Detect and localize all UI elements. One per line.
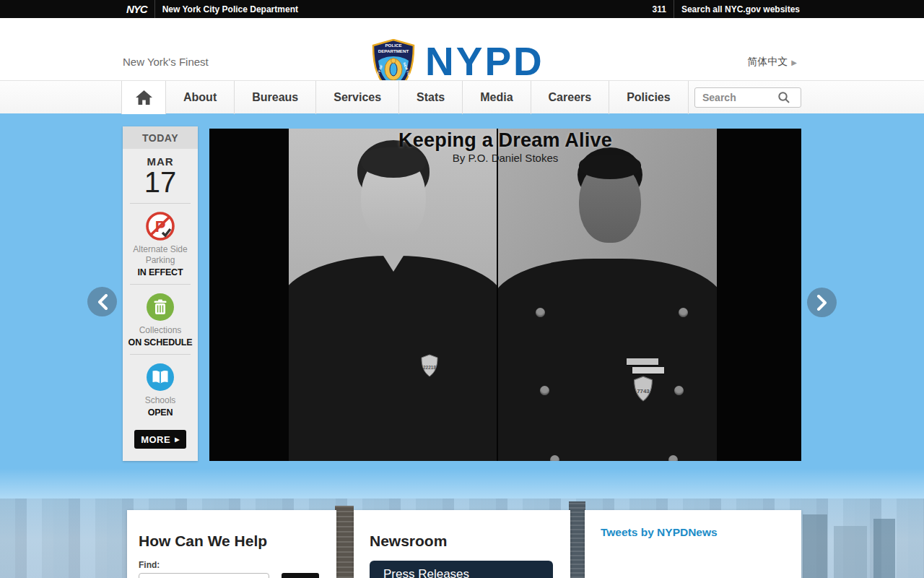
topbar-divider bbox=[674, 0, 674, 18]
search-all-nyc-link[interactable]: Search all NYC.gov websites bbox=[681, 4, 800, 14]
language-selector[interactable]: 简体中文 ▶ bbox=[747, 56, 797, 69]
newsroom-panel: Newsroom Press Releases bbox=[354, 510, 570, 578]
divider bbox=[130, 203, 191, 204]
language-label: 简体中文 bbox=[747, 56, 788, 69]
nav-home-tab[interactable] bbox=[121, 81, 166, 114]
nav-item-about[interactable]: About bbox=[166, 81, 235, 114]
tweets-by-nypdnews-link[interactable]: Tweets by NYPDNews bbox=[601, 526, 718, 539]
skyline-tower bbox=[335, 506, 354, 578]
status-value: IN EFFECT bbox=[123, 267, 198, 277]
chevron-left-icon bbox=[97, 294, 108, 310]
link-311[interactable]: 311 bbox=[653, 4, 666, 14]
tweets-panel: Tweets by NYPDNews bbox=[585, 510, 801, 578]
nav-item-bureaus[interactable]: Bureaus bbox=[235, 81, 316, 114]
nav-item-careers[interactable]: Careers bbox=[531, 81, 610, 114]
press-releases-button[interactable]: Press Releases bbox=[370, 561, 553, 578]
officer-photo-left: 22218 bbox=[289, 129, 497, 461]
site-search-box bbox=[694, 87, 801, 108]
nypd-homepage: NYC New York City Police Department 311 … bbox=[0, 0, 924, 578]
collections-status[interactable]: Collections ON SCHEDULE bbox=[123, 291, 198, 348]
nyc-gov-topbar: NYC New York City Police Department 311 … bbox=[0, 0, 924, 18]
chevron-right-icon: ▶ bbox=[175, 436, 180, 443]
more-label: MORE bbox=[141, 434, 170, 445]
today-panel: TODAY MAR 17 P Alternate Side Parking IN… bbox=[123, 126, 198, 461]
home-icon bbox=[135, 90, 153, 105]
nav-item-media[interactable]: Media bbox=[463, 81, 531, 114]
panel-title: How Can We Help bbox=[139, 532, 336, 550]
no-parking-icon: P bbox=[145, 211, 175, 241]
nav-item-stats[interactable]: Stats bbox=[399, 81, 463, 114]
nav-item-services[interactable]: Services bbox=[316, 81, 399, 114]
search-input[interactable] bbox=[695, 92, 776, 103]
topbar-divider bbox=[154, 0, 155, 18]
find-label: Find: bbox=[139, 560, 336, 570]
book-icon bbox=[145, 362, 175, 392]
hero-carousel[interactable]: 22218 7743 Keeping a Dream Alive By P.O.… bbox=[209, 129, 801, 461]
skyline-tower bbox=[569, 501, 585, 578]
today-header: TODAY bbox=[123, 126, 198, 149]
nypd-wordmark[interactable]: NYPD bbox=[425, 42, 544, 82]
find-select[interactable]: My Precinct bbox=[139, 573, 269, 578]
chevron-right-icon bbox=[816, 295, 828, 311]
status-label: Collections bbox=[123, 325, 198, 336]
status-label: Schools bbox=[123, 395, 198, 406]
divider bbox=[130, 354, 191, 355]
trash-icon bbox=[145, 292, 175, 322]
skyline-tower bbox=[803, 514, 827, 578]
carousel-slide-title: Keeping a Dream Alive bbox=[209, 129, 801, 152]
chevron-right-icon: ▶ bbox=[791, 59, 797, 66]
agency-name[interactable]: New York City Police Department bbox=[162, 4, 298, 14]
divider bbox=[130, 284, 191, 285]
status-value: OPEN bbox=[123, 407, 198, 418]
carousel-next-button[interactable] bbox=[807, 288, 837, 317]
carousel-prev-button[interactable] bbox=[87, 287, 117, 316]
carousel-slide-byline: By P.O. Daniel Stokes bbox=[209, 152, 801, 164]
how-can-we-help-panel: How Can We Help Find: My Precinct bbox=[127, 510, 336, 578]
date-day: 17 bbox=[123, 168, 198, 197]
police-badge-icon: 22218 bbox=[420, 354, 439, 377]
officer-photo-right: 7743 bbox=[498, 129, 717, 461]
svg-text:POLICE: POLICE bbox=[385, 43, 401, 48]
svg-text:22218: 22218 bbox=[423, 365, 436, 370]
today-date: MAR 17 bbox=[123, 149, 198, 197]
alternate-side-parking-status[interactable]: P Alternate Side Parking IN EFFECT bbox=[123, 210, 198, 277]
tagline: New York's Finest bbox=[123, 56, 209, 68]
more-button[interactable]: MORE ▶ bbox=[134, 430, 186, 449]
search-icon[interactable] bbox=[777, 91, 790, 104]
site-header: New York's Finest POLICE DEPARTMENT CITY… bbox=[0, 18, 924, 80]
schools-status[interactable]: Schools OPEN bbox=[123, 361, 198, 418]
status-value: ON SCHEDULE bbox=[123, 337, 198, 348]
status-label: Alternate Side Parking bbox=[123, 244, 198, 266]
nav-item-policies[interactable]: Policies bbox=[609, 81, 688, 114]
svg-text:DEPARTMENT: DEPARTMENT bbox=[378, 48, 409, 53]
skyline-tower bbox=[834, 526, 867, 578]
find-go-button[interactable] bbox=[282, 573, 319, 578]
skyline-tower bbox=[873, 519, 895, 578]
main-nav: About Bureaus Services Stats Media Caree… bbox=[0, 80, 924, 113]
panel-title: Newsroom bbox=[370, 532, 570, 550]
nyc-logo[interactable]: NYC bbox=[126, 3, 147, 15]
police-badge-icon: 7743 bbox=[632, 376, 654, 402]
svg-text:7743: 7743 bbox=[637, 388, 650, 394]
